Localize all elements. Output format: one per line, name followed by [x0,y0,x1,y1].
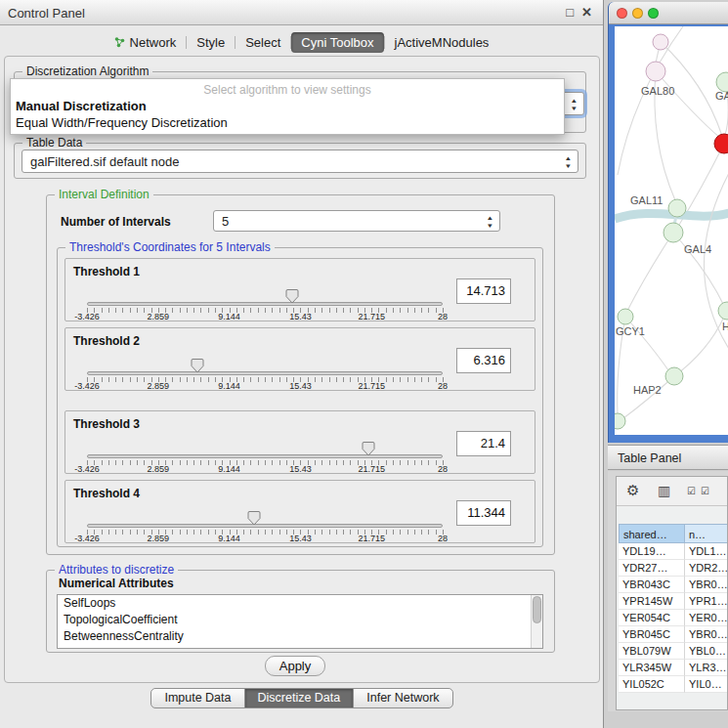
table-data-select[interactable]: galFiltered.sif default node ▲▼ [21,150,578,173]
attribute-item-selfloops[interactable]: SelfLoops [58,595,542,612]
table-cell[interactable]: YIL0… [685,676,728,693]
close-icon[interactable]: ✕ [581,5,592,20]
network-node-gcy1[interactable] [618,309,633,324]
attribute-item-betweennesscentrality[interactable]: BetweennessCentrality [58,628,542,645]
network-node-gal80[interactable] [646,62,665,81]
threshold-slider[interactable] [87,524,443,528]
close-traffic-light[interactable] [617,8,627,19]
table-cell[interactable]: YLR345W [619,660,685,676]
column-header[interactable]: n… [685,524,728,543]
table-cell[interactable]: YDL1… [685,543,728,560]
tab-network[interactable]: Network [105,32,187,53]
threshold-label: Threshold 4 [73,487,140,500]
table-cell[interactable]: YER0… [685,610,728,626]
network-node[interactable] [615,413,625,429]
table-cell[interactable]: YBL079W [619,643,685,660]
table-row[interactable]: YBL079WYBL0… [619,643,728,660]
popup-option-equal-width-frequency[interactable]: Equal Width/Frequency Discretization [11,113,564,130]
table-cell[interactable]: YDL19… [619,543,685,560]
table-row[interactable]: YBR043CYBR0… [619,577,728,593]
slider-thumb[interactable] [191,358,204,373]
column-header[interactable]: shared… [619,524,685,543]
table-cell[interactable]: YDR2… [685,560,728,577]
scrollbar-thumb[interactable] [533,596,541,623]
number-of-intervals-select[interactable]: 5 ▲▼ [213,210,500,232]
network-window-titlebar [609,2,728,24]
tab-jactivemnodules[interactable]: jActiveMNodules [385,32,499,53]
bottom-tab-discretize-data[interactable]: Discretize Data [244,688,355,708]
network-node-gal4[interactable] [664,223,683,242]
network-node-gal11[interactable] [668,199,686,217]
table-cell[interactable]: YBR045C [619,626,685,643]
attributes-list[interactable]: SelfLoopsTopologicalCoefficientBetweenne… [57,594,543,649]
table-cell[interactable]: YIL052C [619,676,685,693]
table-row[interactable]: YPR145WYPR1… [619,593,728,610]
tab-select[interactable]: Select [236,32,290,53]
table-row[interactable]: YIL052CYIL0… [619,676,728,693]
slider-scale-label: 28 [438,312,448,321]
table-row[interactable]: YLR345WYLR3… [619,660,728,676]
network-node-ga[interactable] [716,72,728,92]
table-cell[interactable]: YDR27… [619,560,685,577]
network-node-h[interactable] [718,302,728,320]
slider-thumb[interactable] [285,288,299,304]
table-row[interactable]: YDR27…YDR2… [619,560,728,577]
network-edge[interactable] [618,26,683,175]
table-cell[interactable]: YBR0… [685,577,728,593]
network-node[interactable] [653,34,668,50]
bottom-tab-impute-data[interactable]: Impute Data [150,688,244,708]
group-title: Table Data [22,136,86,150]
tab-cyni-toolbox[interactable]: Cyni Toolbox [291,32,383,53]
table-row[interactable]: YER054CYER0… [619,610,728,626]
network-node-hap2[interactable] [665,367,683,385]
columns-icon[interactable]: ▥ [658,483,670,498]
table-row[interactable]: YDL19…YDL1… [619,543,728,560]
slider-thumb[interactable] [247,510,261,526]
threshold-slider[interactable] [87,454,443,458]
table-cell[interactable]: YBR0… [685,626,728,643]
zoom-traffic-light[interactable] [648,8,659,19]
scrollbar[interactable] [531,595,542,648]
attribute-item-topologicalcoefficient[interactable]: TopologicalCoefficient [58,612,542,628]
table-cell[interactable]: YBR043C [619,577,685,593]
network-edge[interactable] [623,376,674,418]
table-row[interactable]: YBR045CYBR0… [619,626,728,643]
threshold-slider[interactable] [87,371,443,375]
apply-button[interactable]: Apply [265,656,325,676]
network-node[interactable] [714,134,728,153]
threshold-slider[interactable] [87,302,443,306]
table-cell[interactable]: YER054C [619,610,685,626]
table-cell[interactable]: YLR3… [685,660,728,676]
network-edge[interactable] [627,233,673,311]
slider-scale-label: -3.426 [74,534,100,543]
popup-option-manual-discretization[interactable]: Manual Discretization [11,97,564,113]
threshold-value-field[interactable]: 6.316 [456,348,511,373]
window-title: Control Panel [8,6,85,21]
threshold-value-field[interactable]: 14.713 [456,278,511,304]
table-cell[interactable]: YPR1… [685,593,728,610]
tab-label: Style [196,35,225,50]
bottom-tab-infer-network[interactable]: Infer Network [353,688,452,708]
gear-icon[interactable]: ⚙ [626,482,639,499]
checkbox-icon[interactable]: ☑ [687,486,696,496]
bottom-tab-bar: Impute DataDiscretize DataInfer Network [0,688,604,708]
minimize-icon[interactable]: □ [566,5,574,20]
table-cell[interactable]: YPR145W [619,593,685,610]
threshold-value-field[interactable]: 11.344 [456,500,511,526]
threshold-value-field[interactable]: 21.4 [456,431,511,456]
minimize-traffic-light[interactable] [632,8,643,19]
slider-thumb[interactable] [362,441,375,456]
table-cell[interactable]: YBL0… [685,643,728,660]
node-label: GAL11 [630,194,663,206]
tab-label: Select [245,35,280,50]
threshold-3-box: Threshold 3 -3.4262.8599.14415.4321.7152… [64,410,535,474]
slider-scale-label: 2.859 [148,381,170,391]
number-of-intervals-value: 5 [222,214,229,229]
slider-scale-label: 28 [438,464,448,474]
tab-style[interactable]: Style [187,32,235,53]
checkbox-icon[interactable]: ☑ [701,486,709,496]
network-edge[interactable] [656,71,720,138]
slider-scale-label: 21.715 [358,381,385,391]
slider-scale-label: 9.144 [218,381,240,391]
network-canvas[interactable]: GAL80GAGAL11GAL4GCY1HHAP2 [615,26,728,435]
